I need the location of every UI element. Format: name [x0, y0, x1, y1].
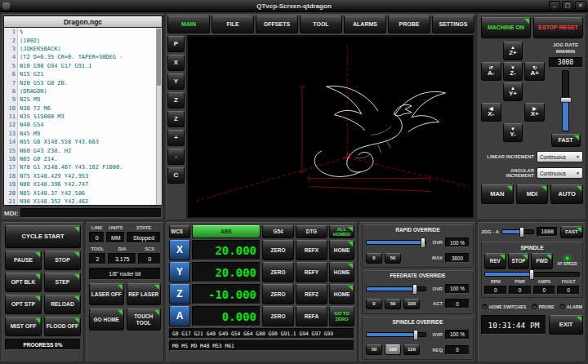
spindle-stop-button[interactable]: STOP: [508, 253, 530, 269]
jog-z-plus-button[interactable]: ▲ Z+: [503, 42, 523, 60]
minimize-icon[interactable]: –: [549, 1, 560, 11]
tab[interactable]: MAIN: [167, 16, 210, 33]
linear-increment-select[interactable]: Continuous ▼: [537, 151, 583, 162]
gremlin-3d-preview[interactable]: [186, 35, 474, 219]
ref-x-button[interactable]: REFX: [296, 240, 327, 260]
gcode-line[interactable]: 1 %: [4, 28, 162, 36]
tab[interactable]: TOOL: [300, 16, 342, 33]
reload-button[interactable]: RELOAD: [44, 295, 81, 314]
exit-button[interactable]: EXIT: [549, 315, 583, 335]
view-button[interactable]: C: [167, 167, 185, 184]
stop-button[interactable]: STOP: [44, 251, 81, 270]
gcode-line[interactable]: 16 N65 G0 Z14.: [4, 155, 162, 163]
estop-reset-button[interactable]: ESTOP RESET: [533, 17, 583, 38]
jog-a-plus-button[interactable]: ↻ A+: [524, 62, 545, 81]
spindle-100-button[interactable]: 100: [385, 344, 401, 355]
spindle-rev-button[interactable]: REV: [484, 253, 506, 269]
home-z-button[interactable]: HOME: [329, 284, 354, 304]
gcode-line[interactable]: 12 N40 G54: [4, 121, 162, 129]
tab[interactable]: OFFSETS: [256, 16, 298, 33]
mode-button[interactable]: MAN: [481, 184, 514, 204]
jog-rate-slider-thumb[interactable]: [560, 97, 572, 103]
feedrate-100-button[interactable]: 100: [403, 299, 420, 309]
jog-z-minus-button[interactable]: ▼ Z-: [503, 62, 523, 81]
flood-button[interactable]: FLOOD OFF: [44, 317, 81, 336]
jog-y-minus-button[interactable]: ▼ Y-: [503, 123, 523, 142]
abs-button[interactable]: ABS: [192, 225, 261, 238]
close-icon[interactable]: ✕: [575, 1, 586, 11]
axis-z-button[interactable]: Z: [169, 284, 190, 304]
view-button[interactable]: Z: [167, 92, 185, 109]
gcode-line[interactable]: 13 N45 M9: [4, 130, 162, 138]
mdi-input[interactable]: [20, 208, 162, 218]
gcode-line[interactable]: 21 N90 X148.352 Y42.462: [4, 198, 162, 206]
tab[interactable]: ALARMS: [344, 16, 386, 33]
ref-laser-button[interactable]: REF LASER: [127, 283, 162, 305]
go-to-zero-button[interactable]: GO TO ZERO: [329, 306, 354, 326]
view-button[interactable]: P: [167, 36, 185, 52]
axis-x-button[interactable]: X: [169, 240, 190, 260]
gcode-line[interactable]: 5 N10 G90 G94 G17 G91.1: [4, 62, 162, 70]
jog-a-slider[interactable]: [501, 229, 534, 234]
gcode-line-list[interactable]: 1 % 2 (1002) 3 (JOKERSBACK) 4 (T2 D=6.35…: [3, 28, 163, 206]
home-x-button[interactable]: HOME: [329, 240, 354, 260]
wcs-button[interactable]: WCS ▼: [169, 225, 190, 238]
cycle-start-button[interactable]: CYCLE START: [5, 225, 81, 248]
gcode-line[interactable]: 10 N30 T2 M6: [4, 104, 162, 113]
zero-y-button[interactable]: ZERO: [262, 262, 294, 282]
jog-a-minus-button[interactable]: ↺ A-: [481, 62, 501, 81]
home-y-button[interactable]: HOME: [329, 262, 354, 282]
machine-on-button[interactable]: MACHINE ON: [481, 17, 531, 38]
tab[interactable]: PROBE: [388, 16, 430, 33]
maximize-icon[interactable]: ▢: [562, 1, 573, 11]
pause-button[interactable]: PAUSE: [5, 251, 42, 270]
zero-a-button[interactable]: ZERO: [262, 306, 294, 326]
axis-a-button[interactable]: A: [169, 306, 190, 326]
gcode-line[interactable]: 2 (1002): [4, 36, 162, 44]
jog-a-fast-button[interactable]: FAST: [560, 226, 583, 238]
rapid-50-button[interactable]: 50: [385, 253, 401, 264]
angular-increment-select[interactable]: Continuous ▼: [537, 167, 583, 179]
gcode-scrollbar[interactable]: [156, 28, 162, 205]
laser-button[interactable]: LASER OFF: [89, 283, 124, 305]
view-button[interactable]: Y: [167, 73, 185, 90]
spindle-50-button[interactable]: 50: [366, 344, 382, 355]
titlebar[interactable]: QTvcp-Screen-qtdragon – ▢ ✕: [0, 0, 588, 12]
gcode-line[interactable]: 15 N60 G43 Z38. H2: [4, 146, 162, 154]
view-button[interactable]: +: [167, 130, 185, 146]
mist-button[interactable]: MIST OFF: [5, 317, 42, 336]
all-homed-button[interactable]: ALL HOMED: [329, 225, 354, 238]
spindle-override-slider[interactable]: [366, 332, 426, 337]
spindle-slider-thumb[interactable]: [413, 330, 418, 340]
feedrate-0-button[interactable]: 0: [366, 299, 382, 309]
jog-rate-slider[interactable]: [562, 70, 569, 132]
view-button[interactable]: X: [167, 55, 185, 71]
gcode-line[interactable]: 3 (JOKERSBACK): [4, 45, 162, 53]
spindle-speed-slider[interactable]: [484, 272, 580, 277]
view-button[interactable]: Z: [167, 111, 185, 127]
g54-button[interactable]: G54: [262, 225, 294, 238]
jog-y-plus-button[interactable]: ▲ Y+: [503, 82, 523, 101]
gcode-line[interactable]: 9 N25 M9: [4, 95, 162, 104]
feedrate-50-button[interactable]: 50: [385, 299, 401, 309]
spindle-speed-thumb[interactable]: [529, 269, 534, 280]
ref-a-button[interactable]: REFA: [296, 306, 327, 326]
gcode-line[interactable]: 11 N35 S15000 M3: [4, 113, 162, 121]
optional-block-button[interactable]: OPT BLK: [5, 273, 42, 292]
go-home-button[interactable]: GO HOME: [89, 309, 124, 331]
gcode-line[interactable]: 20 N85 X148.37 Y42.586: [4, 189, 162, 197]
gcode-line[interactable]: 6 N15 G21: [4, 70, 162, 78]
zero-x-button[interactable]: ZERO: [262, 240, 294, 260]
step-button[interactable]: STEP: [44, 273, 81, 292]
feedrate-slider-thumb[interactable]: [412, 284, 417, 295]
axis-y-button[interactable]: Y: [169, 262, 190, 282]
gcode-line[interactable]: 4 (T2 D=6.35 CR=0. TAPER=30DEG -: [4, 53, 162, 61]
optional-stop-button[interactable]: OPT STP: [5, 295, 42, 314]
rapid-slider-thumb[interactable]: [421, 237, 425, 248]
feedrate-override-slider[interactable]: [366, 286, 426, 291]
view-button[interactable]: -: [167, 149, 185, 165]
gcode-scrollbar-thumb[interactable]: [157, 29, 161, 86]
ref-z-button[interactable]: REFZ: [296, 284, 327, 304]
spindle-fwd-button[interactable]: FWD: [531, 253, 553, 269]
gcode-line[interactable]: 19 N80 X148.396 Y42.747: [4, 180, 162, 189]
